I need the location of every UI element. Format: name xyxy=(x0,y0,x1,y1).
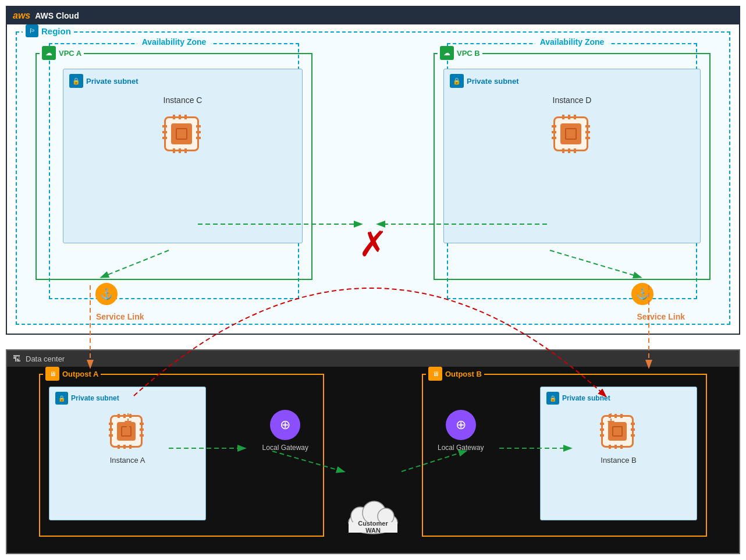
instance-a-icon xyxy=(110,415,145,450)
region-icon: 🏳 xyxy=(26,24,38,37)
local-gw-a-icon: ⊕ xyxy=(270,410,300,440)
datacenter-icon: 🏗 xyxy=(13,354,21,363)
x-mark: ✗ xyxy=(358,227,388,262)
subnet-oa-text: Private subnet xyxy=(71,394,119,402)
outpost-a-label: 🖥 Outpost A xyxy=(43,367,101,381)
subnet-oa-header: 🔒 Private subnet xyxy=(49,387,205,409)
instance-c-label: Instance C xyxy=(63,95,302,105)
subnet-ob-header: 🔒 Private subnet xyxy=(541,387,697,409)
subnet-a-icon: 🔒 xyxy=(69,74,83,88)
local-gw-b-label: Local Gateway xyxy=(438,444,484,453)
private-subnet-outpost-a: 🔒 Private subnet xyxy=(49,387,206,520)
aws-header: aws AWS Cloud xyxy=(7,7,739,24)
region-label: 🏳 Region xyxy=(23,24,74,37)
private-subnet-outpost-b: 🔒 Private subnet xyxy=(540,387,697,520)
vpc-b-box: ☁ VPC B 🔒 Private subnet Instance D xyxy=(434,53,711,280)
subnet-ob-text: Private subnet xyxy=(562,394,610,402)
instance-a-label: Instance A xyxy=(49,456,205,465)
private-subnet-a: 🔒 Private subnet Instance C xyxy=(63,69,303,243)
az-box-left: Availability Zone ☁ VPC A 🔒 Private subn… xyxy=(49,43,299,299)
private-subnet-b: 🔒 Private subnet Instance D xyxy=(443,69,701,243)
instance-b-label: Instance B xyxy=(541,456,697,465)
vpc-a-icon: ☁ xyxy=(42,46,56,60)
aws-cloud-label: AWS Cloud xyxy=(35,11,79,20)
instance-b-icon xyxy=(601,415,636,450)
outpost-b-icon: 🖥 xyxy=(428,367,442,381)
service-link-left-label: Service Link xyxy=(96,312,144,321)
aws-logo-icon: aws xyxy=(13,10,30,21)
instance-d-label: Instance D xyxy=(444,95,700,105)
subnet-ob-icon: 🔒 xyxy=(546,392,559,405)
vpc-b-label: ☁ VPC B xyxy=(438,46,482,60)
outpost-b-label: 🖥 Outpost B xyxy=(426,367,484,381)
local-gateway-a: ⊕ Local Gateway xyxy=(262,410,308,453)
subnet-a-text: Private subnet xyxy=(86,77,138,86)
vpc-a-label: ☁ VPC A xyxy=(40,46,84,60)
instance-d-icon xyxy=(553,116,591,154)
outpost-b-text: Outpost B xyxy=(445,370,482,378)
local-gw-b-icon: ⊕ xyxy=(446,410,476,440)
subnet-b-text: Private subnet xyxy=(467,77,519,86)
instance-c-icon xyxy=(164,116,201,154)
customer-wan-cloud-icon: Customer WAN xyxy=(344,492,402,536)
outpost-a-text: Outpost A xyxy=(62,370,98,378)
aws-cloud-container: aws AWS Cloud 🏳 Region Availability Zone… xyxy=(6,6,740,335)
datacenter-label: Data center xyxy=(26,355,65,363)
region-box: 🏳 Region Availability Zone ☁ VPC A 🔒 xyxy=(16,31,730,325)
svg-text:WAN: WAN xyxy=(365,527,381,534)
vpc-a-text: VPC A xyxy=(59,49,81,58)
svg-text:Customer: Customer xyxy=(358,520,388,527)
subnet-b-header: 🔒 Private subnet xyxy=(444,69,700,93)
az-box-right: Availability Zone ☁ VPC B 🔒 Private subn… xyxy=(447,43,697,299)
datacenter-header: 🏗 Data center xyxy=(7,350,739,367)
local-gateway-b: ⊕ Local Gateway xyxy=(438,410,484,453)
outpost-endpoint-left: ⚓ xyxy=(95,283,118,305)
customer-wan: Customer WAN xyxy=(344,492,402,536)
vpc-b-text: VPC B xyxy=(457,49,480,58)
local-gw-a-label: Local Gateway xyxy=(262,444,308,453)
az-right-label: Availability Zone xyxy=(535,37,609,47)
region-text: Region xyxy=(41,26,71,36)
vpc-a-box: ☁ VPC A 🔒 Private subnet Instance C xyxy=(35,53,312,280)
outpost-a-box: 🖥 Outpost A 🔒 Private subnet xyxy=(39,374,324,537)
service-link-right-label: Service Link xyxy=(637,312,685,321)
vpc-b-icon: ☁ xyxy=(440,46,454,60)
subnet-b-icon: 🔒 xyxy=(450,74,464,88)
outpost-a-icon: 🖥 xyxy=(45,367,59,381)
subnet-oa-icon: 🔒 xyxy=(55,392,68,405)
datacenter-container: 🏗 Data center 🖥 Outpost A 🔒 Private subn… xyxy=(6,349,740,554)
outpost-b-box: 🖥 Outpost B 🔒 Private subnet xyxy=(422,374,707,537)
az-left-label: Availability Zone xyxy=(137,37,211,47)
subnet-a-header: 🔒 Private subnet xyxy=(63,69,302,93)
outpost-endpoint-right: ⚓ xyxy=(631,283,653,305)
